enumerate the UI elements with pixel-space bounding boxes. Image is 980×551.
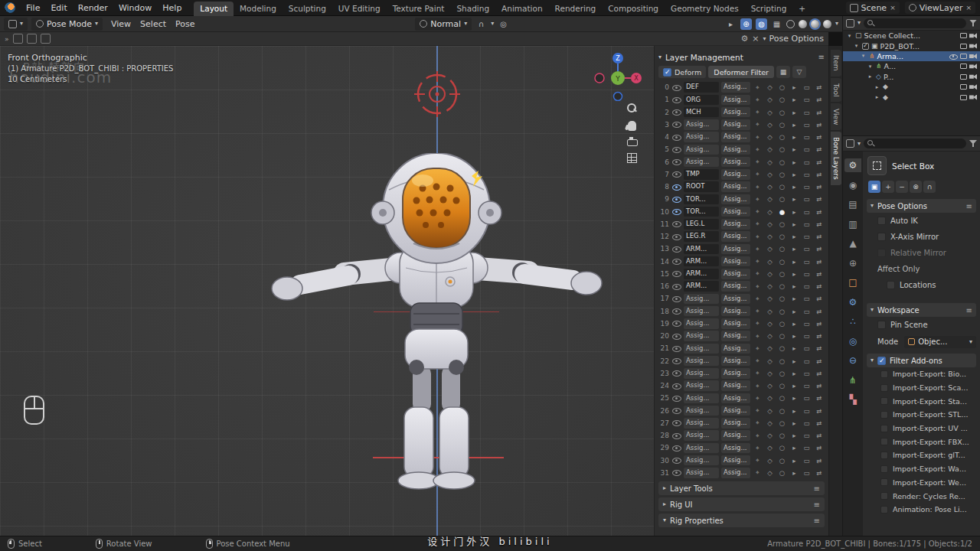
layer-solo-icon[interactable]: ○ (777, 282, 787, 290)
layer-frame-icon[interactable]: ▭ (802, 432, 812, 439)
layer-solo-icon[interactable]: ○ (777, 357, 787, 365)
layer-play-icon[interactable]: ▸ (789, 419, 799, 427)
layer-swap-icon[interactable]: ⇄ (814, 245, 824, 253)
layer-solo-icon[interactable]: ○ (777, 394, 787, 402)
layer-link-icon[interactable]: ◇ (765, 233, 775, 240)
layer-frame-icon[interactable]: ▭ (802, 344, 812, 352)
gear-icon[interactable]: ⚙ (740, 34, 748, 44)
layer-assign-button[interactable]: Assig... (721, 368, 750, 379)
pose-options-dropdown[interactable]: ▾Pose Options (763, 34, 824, 44)
layer-swap-icon[interactable]: ⇄ (814, 233, 824, 240)
workspace-tab-scripting[interactable]: Scripting (745, 2, 793, 16)
layer-visibility-toggle[interactable] (671, 318, 681, 328)
properties-tab-tool[interactable]: ⚙ (844, 158, 861, 172)
layer-frame-icon[interactable]: ▭ (802, 357, 812, 365)
layer-play-icon[interactable]: ▸ (789, 258, 799, 266)
scene-selector[interactable]: Scene × (846, 2, 900, 14)
properties-search-input[interactable] (864, 139, 966, 148)
layer-play-icon[interactable]: ▸ (789, 308, 799, 315)
addon-checkbox[interactable] (880, 425, 888, 432)
panel-menu-icon[interactable]: ≡ (814, 484, 820, 493)
layer-solo-icon[interactable]: ○ (777, 121, 787, 129)
shading-material-icon[interactable] (811, 20, 819, 28)
workspace-tab-shading[interactable]: Shading (450, 2, 495, 16)
ortho-grid-icon[interactable] (627, 153, 637, 163)
layer-assign-button[interactable]: Assig... (721, 256, 750, 267)
layer-name-field[interactable]: Assig... (684, 368, 719, 379)
layer-play-icon[interactable]: ▸ (789, 121, 799, 129)
camera-toggle-icon[interactable] (969, 64, 977, 69)
option-row-locations[interactable]: Locations (867, 277, 976, 293)
layer-swap-icon[interactable]: ⇄ (814, 109, 824, 116)
layer-visibility-toggle[interactable] (671, 95, 681, 105)
layer-swap-icon[interactable]: ⇄ (814, 220, 824, 228)
camera-toggle-icon[interactable] (969, 54, 977, 59)
select-mode-extend[interactable]: + (882, 181, 894, 193)
locations-checkbox[interactable] (887, 281, 895, 289)
layer-visibility-toggle[interactable] (671, 393, 681, 403)
layer-solo-icon[interactable]: ○ (777, 308, 787, 315)
properties-tab-data[interactable]: ⋔ (844, 373, 861, 387)
layer-assign-button[interactable]: Assig... (721, 269, 750, 279)
layer-solo-icon[interactable]: ○ (777, 432, 787, 439)
layer-solo-icon[interactable]: ○ (777, 83, 787, 91)
layer-pick-icon[interactable]: ⌖ (753, 83, 763, 92)
layer-pick-icon[interactable]: ⌖ (753, 406, 763, 415)
layer-visibility-toggle[interactable] (671, 282, 681, 292)
list-options-icon[interactable]: ▦ (776, 66, 790, 78)
layer-play-icon[interactable]: ▸ (789, 270, 799, 278)
layer-link-icon[interactable]: ◇ (765, 444, 775, 452)
layer-pick-icon[interactable]: ⌖ (753, 269, 763, 278)
layer-solo-icon[interactable]: ○ (777, 407, 787, 415)
layer-visibility-toggle[interactable] (671, 306, 681, 316)
layer-swap-icon[interactable]: ⇄ (814, 295, 824, 302)
properties-editor-icon[interactable] (846, 139, 854, 148)
layer-link-icon[interactable]: ◇ (765, 83, 775, 91)
shading-wireframe-icon[interactable] (786, 20, 795, 28)
layer-assign-button[interactable]: Assig... (721, 169, 750, 180)
layer-swap-icon[interactable]: ⇄ (814, 133, 824, 141)
layer-assign-button[interactable]: Assig... (721, 406, 750, 416)
layer-play-icon[interactable]: ▸ (789, 382, 799, 390)
layer-solo-icon[interactable]: ○ (777, 96, 787, 103)
outliner-editor-icon[interactable] (846, 19, 854, 28)
workspace-panel-header[interactable]: ▾ Workspace ≡ (867, 303, 976, 317)
layer-solo-icon[interactable]: ○ (777, 145, 787, 153)
layer-solo-icon[interactable]: ○ (777, 295, 787, 302)
layer-name-field[interactable]: LEG.L (684, 219, 719, 230)
pose-options-panel-header[interactable]: ▾ Pose Options ≡ (867, 199, 976, 213)
layer-name-field[interactable]: LEG.R (684, 231, 719, 242)
workspace-tab-animation[interactable]: Animation (495, 2, 549, 16)
x-axis-mirror-checkbox[interactable] (877, 233, 886, 241)
layer-solo-icon[interactable]: ○ (777, 245, 787, 253)
layer-play-icon[interactable]: ▸ (789, 145, 799, 153)
workspace-tab-modeling[interactable]: Modeling (234, 2, 283, 16)
layer-assign-button[interactable]: Assig... (721, 306, 750, 317)
xray-toggle-icon[interactable]: ▦ (771, 18, 782, 30)
layer-visibility-toggle[interactable] (671, 406, 681, 416)
layer-play-icon[interactable]: ▸ (789, 158, 799, 166)
workspace-tab-geometry-nodes[interactable]: Geometry Nodes (665, 2, 745, 16)
layer-play-icon[interactable]: ▸ (789, 407, 799, 415)
addon-row[interactable]: Import-Export: Wa... (867, 462, 976, 476)
layer-solo-icon[interactable]: ○ (777, 370, 787, 377)
sidebar-tab-view[interactable]: View (831, 103, 841, 130)
layer-visibility-toggle[interactable] (671, 182, 681, 192)
addon-checkbox[interactable] (880, 397, 888, 405)
layer-pick-icon[interactable]: ⌖ (753, 108, 763, 116)
layer-link-icon[interactable]: ◇ (765, 171, 775, 178)
layer-play-icon[interactable]: ▸ (789, 233, 799, 240)
blender-logo-icon[interactable] (5, 2, 15, 13)
layer-solo-icon[interactable]: ○ (777, 171, 787, 178)
sidebar-tab-item[interactable]: Item (831, 50, 841, 77)
layer-assign-button[interactable]: Assig... (721, 356, 750, 367)
layer-visibility-toggle[interactable] (671, 194, 681, 204)
properties-tab-output[interactable]: ▤ (844, 197, 861, 211)
layer-solo-icon[interactable]: ○ (777, 419, 787, 427)
layer-name-field[interactable]: Assig... (684, 344, 719, 354)
layer-name-field[interactable]: ARM... (684, 256, 719, 267)
layer-visibility-toggle[interactable] (671, 145, 681, 155)
option-row-auto-ik[interactable]: Auto IK (867, 213, 976, 229)
workspace-tab-sculpting[interactable]: Sculpting (283, 2, 332, 16)
layer-swap-icon[interactable]: ⇄ (814, 320, 824, 328)
